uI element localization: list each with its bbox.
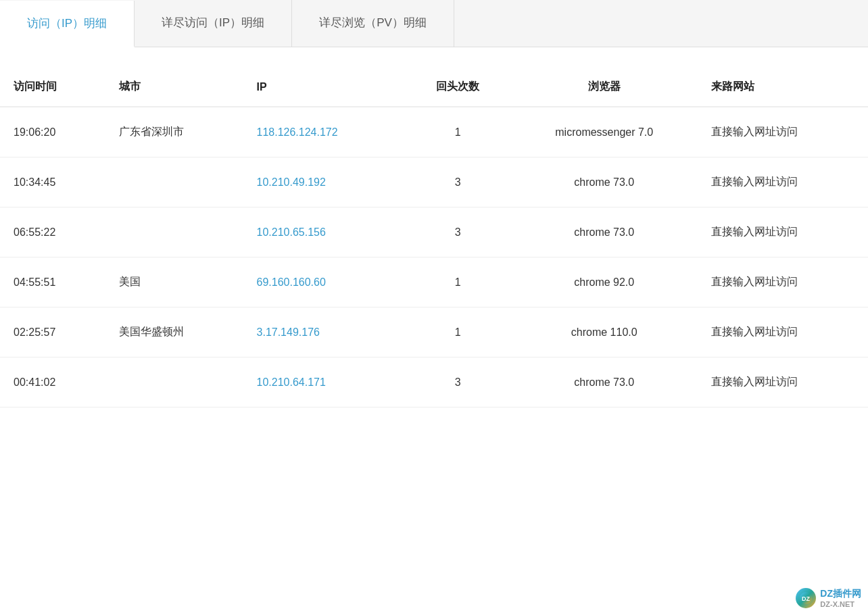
cell-source: 直接输入网址访问 [698,107,868,157]
table-row: 04:55:51美国69.160.160.601chrome 92.0直接输入网… [0,257,868,308]
cell-browser: chrome 73.0 [510,157,698,207]
tab-visit-ip[interactable]: 访问（IP）明细 [0,1,135,47]
cell-time: 02:25:57 [0,308,105,358]
col-header-source: 来路网站 [698,68,868,107]
cell-source: 直接输入网址访问 [698,358,868,408]
cell-time: 04:55:51 [0,257,105,308]
cell-browser: micromessenger 7.0 [510,107,698,157]
cell-ip[interactable]: 69.160.160.60 [243,257,406,308]
cell-ip[interactable]: 10.210.64.171 [243,358,406,408]
cell-ip[interactable]: 3.17.149.176 [243,308,406,358]
col-header-visits: 回头次数 [405,68,510,107]
table-body: 19:06:20广东省深圳市118.126.124.1721micromesse… [0,107,868,408]
cell-browser: chrome 92.0 [510,257,698,308]
cell-visits: 1 [405,308,510,358]
table-header: 访问时间 城市 IP 回头次数 浏览器 来路网站 [0,68,868,107]
cell-city [105,358,243,408]
table-row: 19:06:20广东省深圳市118.126.124.1721micromesse… [0,107,868,157]
table-container: 访问时间 城市 IP 回头次数 浏览器 来路网站 19:06:20广东省深圳市1… [0,47,868,408]
cell-city: 美国 [105,257,243,308]
cell-ip[interactable]: 10.210.49.192 [243,157,406,207]
cell-city: 美国华盛顿州 [105,308,243,358]
col-header-city: 城市 [105,68,243,107]
tab-detail-ip[interactable]: 详尽访问（IP）明细 [135,0,292,47]
cell-time: 19:06:20 [0,107,105,157]
tab-detail-pv[interactable]: 详尽浏览（PV）明细 [292,0,454,47]
cell-browser: chrome 73.0 [510,358,698,408]
cell-visits: 3 [405,358,510,408]
table-row: 02:25:57美国华盛顿州3.17.149.1761chrome 110.0直… [0,308,868,358]
tab-bar: 访问（IP）明细 详尽访问（IP）明细 详尽浏览（PV）明细 [0,0,868,47]
cell-source: 直接输入网址访问 [698,207,868,257]
cell-time: 00:41:02 [0,358,105,408]
cell-time: 10:34:45 [0,157,105,207]
visit-table: 访问时间 城市 IP 回头次数 浏览器 来路网站 19:06:20广东省深圳市1… [0,68,868,408]
cell-city [105,157,243,207]
table-row: 00:41:0210.210.64.1713chrome 73.0直接输入网址访… [0,358,868,408]
table-row: 06:55:2210.210.65.1563chrome 73.0直接输入网址访… [0,207,868,257]
cell-source: 直接输入网址访问 [698,308,868,358]
cell-city [105,207,243,257]
col-header-ip: IP [243,68,406,107]
cell-visits: 3 [405,157,510,207]
table-row: 10:34:4510.210.49.1923chrome 73.0直接输入网址访… [0,157,868,207]
cell-ip[interactable]: 10.210.65.156 [243,207,406,257]
col-header-time: 访问时间 [0,68,105,107]
cell-visits: 1 [405,257,510,308]
cell-visits: 3 [405,207,510,257]
cell-browser: chrome 110.0 [510,308,698,358]
cell-browser: chrome 73.0 [510,207,698,257]
col-header-browser: 浏览器 [510,68,698,107]
cell-visits: 1 [405,107,510,157]
cell-source: 直接输入网址访问 [698,257,868,308]
cell-source: 直接输入网址访问 [698,157,868,207]
cell-city: 广东省深圳市 [105,107,243,157]
cell-time: 06:55:22 [0,207,105,257]
cell-ip[interactable]: 118.126.124.172 [243,107,406,157]
